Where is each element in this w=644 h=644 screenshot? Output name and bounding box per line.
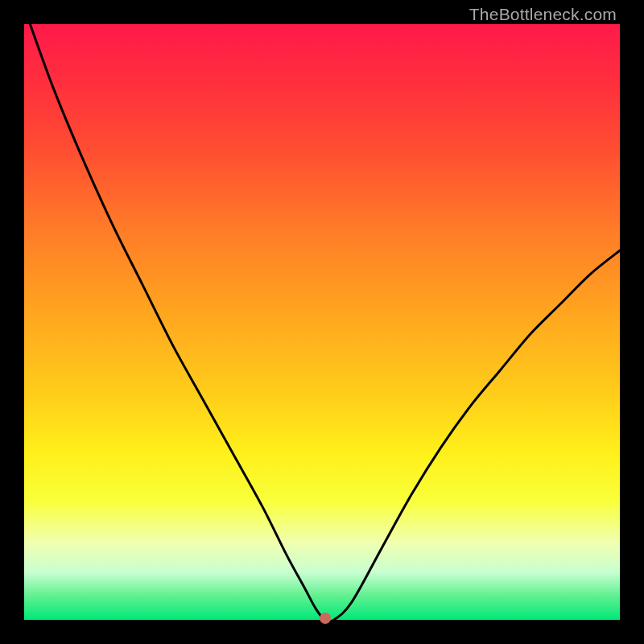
- watermark-text: TheBottleneck.com: [469, 5, 617, 24]
- curve-svg: [24, 24, 620, 620]
- plot-area: [24, 24, 620, 620]
- optimum-marker: [320, 613, 331, 624]
- bottleneck-curve: [30, 24, 620, 620]
